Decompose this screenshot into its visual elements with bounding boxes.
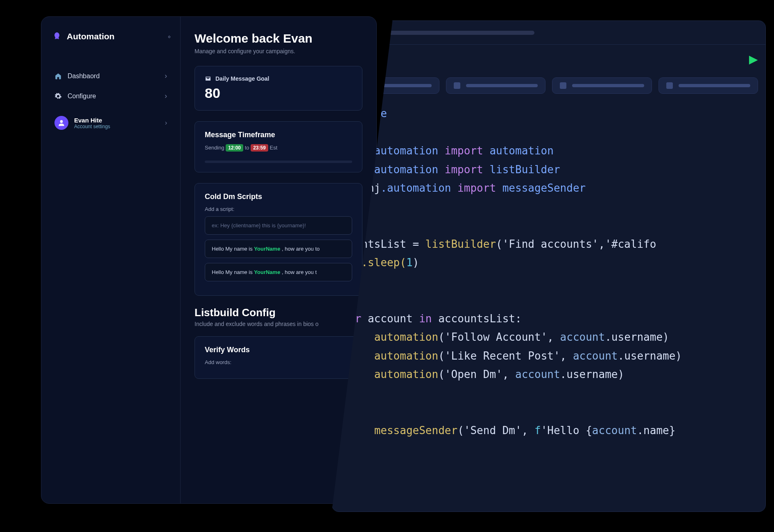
nav-label: Configure: [68, 93, 96, 100]
section-subtitle: Include and exclude words and phrases in…: [195, 321, 362, 327]
sidebar-item-configure[interactable]: Configure ›: [52, 86, 170, 106]
tf-tz: Est: [269, 145, 277, 151]
card-title: Message Timeframe: [205, 131, 352, 139]
code-window: ▶ t time enj.automation import automatio…: [332, 20, 766, 512]
yourname-badge: YourName: [254, 269, 280, 275]
svg-point-0: [60, 120, 63, 123]
account-sub: Account settings: [74, 124, 110, 129]
start-time-chip[interactable]: 12:00: [226, 144, 243, 152]
timeframe-card: Message Timeframe Sending 12:00 to 23:59…: [195, 121, 362, 172]
card-title: Verify Words: [205, 346, 352, 354]
chevron-right-icon: ›: [165, 72, 167, 80]
chevron-right-icon: ›: [165, 119, 167, 127]
timeframe-line: Sending 12:00 to 23:59 Est: [205, 144, 352, 152]
title-skeleton: [362, 31, 534, 35]
chevron-right-icon: ›: [165, 92, 167, 100]
nav-label: Dashbaord: [68, 72, 100, 80]
account-button[interactable]: Evan Hite Account settings ›: [52, 109, 170, 136]
brand-name: Automation: [67, 32, 115, 41]
card-title: Cold Dm Scripts: [205, 192, 352, 201]
page-subtitle: Manage and configure your campaigns.: [195, 48, 362, 54]
page-title: Welcome back Evan: [195, 32, 362, 45]
script-pre: Hello My name is: [212, 246, 254, 252]
goal-value: 80: [205, 85, 352, 101]
script-input[interactable]: [205, 216, 352, 235]
sidebar-item-dashboard[interactable]: Dashbaord ›: [52, 66, 170, 86]
gear-icon: [54, 93, 62, 100]
dashboard-window: Automation ‹ › Dashbaord › Configure ›: [41, 16, 377, 504]
goal-label: Daily Message Goal: [215, 75, 269, 82]
goal-card: Daily Message Goal 80: [195, 66, 362, 111]
editor-titlebar: [332, 21, 765, 45]
script-post: , how are you t: [280, 269, 317, 275]
avatar: [54, 116, 68, 130]
script-item[interactable]: Hello My name is YourName , how are you …: [205, 263, 352, 281]
script-pre: Hello My name is: [212, 269, 254, 275]
yourname-badge: YourName: [254, 246, 280, 252]
play-icon[interactable]: ▶: [749, 52, 758, 66]
editor-tab[interactable]: [552, 77, 652, 94]
sidebar: Automation ‹ › Dashbaord › Configure ›: [41, 17, 181, 503]
range-track[interactable]: [205, 161, 352, 163]
account-name: Evan Hite: [74, 117, 110, 124]
add-script-label: Add a script:: [205, 206, 352, 212]
code-editor[interactable]: t time enj.automation import automation …: [332, 100, 765, 452]
verify-card: Verify Words Add words:: [195, 336, 362, 379]
envelope-icon: [205, 75, 211, 82]
brand: Automation ‹ ›: [52, 32, 170, 41]
rocket-icon: [52, 32, 62, 41]
end-time-chip[interactable]: 23:59: [251, 144, 268, 152]
collapse-icon[interactable]: ‹ ›: [168, 33, 170, 40]
account-text: Evan Hite Account settings: [74, 117, 110, 129]
tf-to: to: [245, 145, 249, 151]
editor-toolbar: ▶: [332, 45, 765, 73]
tab-bar: [332, 73, 765, 100]
add-words-label: Add words:: [205, 359, 352, 365]
script-item[interactable]: Hello My name is YourName , how are you …: [205, 240, 352, 258]
editor-tab[interactable]: [659, 77, 758, 94]
section-title: Listbuild Config: [195, 306, 362, 319]
home-icon: [54, 72, 62, 80]
scripts-card: Cold Dm Scripts Add a script: Hello My n…: [195, 183, 362, 296]
editor-tab[interactable]: [446, 77, 546, 94]
tf-prefix: Sending: [205, 145, 224, 151]
script-post: , how are you to: [280, 246, 319, 252]
